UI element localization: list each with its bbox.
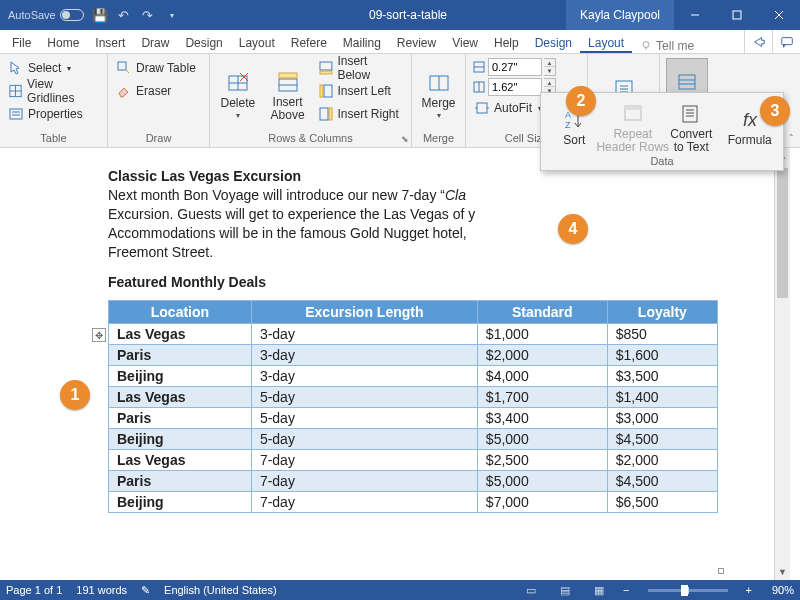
table-cell[interactable]: Beijing — [109, 491, 252, 512]
tab-insert[interactable]: Insert — [87, 32, 133, 53]
table-cell[interactable]: 7-day — [251, 491, 477, 512]
table-cell[interactable]: 7-day — [251, 449, 477, 470]
merge-button[interactable]: Merge▾ — [418, 58, 459, 130]
qat-customize-icon[interactable]: ▾ — [164, 7, 180, 23]
undo-icon[interactable]: ↶ — [116, 7, 132, 23]
table-cell[interactable]: 5-day — [251, 428, 477, 449]
view-gridlines-button[interactable]: View Gridlines — [6, 81, 101, 101]
delete-button[interactable]: Delete▾ — [216, 58, 260, 130]
table-row[interactable]: Beijing7-day$7,000$6,500 — [109, 491, 718, 512]
redo-icon[interactable]: ↷ — [140, 7, 156, 23]
tab-file[interactable]: File — [4, 32, 39, 53]
document-page[interactable]: Classic Las Vegas Excursion Next month B… — [32, 148, 774, 580]
scroll-thumb[interactable] — [777, 168, 788, 298]
table-cell[interactable]: $2,000 — [477, 344, 607, 365]
table-cell[interactable]: $2,000 — [607, 449, 717, 470]
draw-table-button[interactable]: Draw Table — [114, 58, 198, 78]
table-cell[interactable]: Paris — [109, 470, 252, 491]
select-button[interactable]: Select▾ — [6, 58, 101, 78]
minimize-button[interactable] — [674, 0, 716, 30]
proofing-icon[interactable]: ✎ — [141, 584, 150, 597]
table-cell[interactable]: Las Vegas — [109, 323, 252, 344]
table-cell[interactable]: Paris — [109, 407, 252, 428]
table-cell[interactable]: $4,000 — [477, 365, 607, 386]
table-cell[interactable]: $1,400 — [607, 386, 717, 407]
table-cell[interactable]: $1,600 — [607, 344, 717, 365]
tab-table-design[interactable]: Design — [527, 32, 580, 53]
print-layout-icon[interactable]: ▤ — [555, 584, 575, 597]
page-indicator[interactable]: Page 1 of 1 — [6, 584, 62, 596]
tab-references[interactable]: Refere — [283, 32, 335, 53]
insert-left-button[interactable]: Insert Left — [316, 81, 405, 101]
table-cell[interactable]: $850 — [607, 323, 717, 344]
properties-button[interactable]: Properties — [6, 104, 101, 124]
table-cell[interactable]: 7-day — [251, 470, 477, 491]
tab-mailings[interactable]: Mailing — [335, 32, 389, 53]
table-cell[interactable]: $7,000 — [477, 491, 607, 512]
tab-draw[interactable]: Draw — [133, 32, 177, 53]
table-cell[interactable]: $5,000 — [477, 428, 607, 449]
table-cell[interactable]: $4,500 — [607, 470, 717, 491]
table-cell[interactable]: Las Vegas — [109, 449, 252, 470]
tab-review[interactable]: Review — [389, 32, 444, 53]
close-button[interactable] — [758, 0, 800, 30]
table-cell[interactable]: 3-day — [251, 344, 477, 365]
table-row[interactable]: Paris3-day$2,000$1,600 — [109, 344, 718, 365]
table-cell[interactable]: $6,500 — [607, 491, 717, 512]
table-row[interactable]: Las Vegas5-day$1,700$1,400 — [109, 386, 718, 407]
table-cell[interactable]: Paris — [109, 344, 252, 365]
autosave-toggle[interactable]: AutoSave — [8, 9, 84, 21]
insert-below-button[interactable]: Insert Below — [316, 58, 405, 78]
zoom-level[interactable]: 90% — [772, 584, 794, 596]
share-button[interactable] — [744, 30, 772, 53]
table-row[interactable]: Las Vegas7-day$2,500$2,000 — [109, 449, 718, 470]
convert-to-text-button[interactable]: Convert to Text — [663, 97, 719, 155]
table-cell[interactable]: $4,500 — [607, 428, 717, 449]
zoom-slider[interactable] — [648, 589, 728, 592]
table-row[interactable]: Paris5-day$3,400$3,000 — [109, 407, 718, 428]
table-cell[interactable]: 3-day — [251, 365, 477, 386]
table-cell[interactable]: $3,000 — [607, 407, 717, 428]
tab-help[interactable]: Help — [486, 32, 527, 53]
web-layout-icon[interactable]: ▦ — [589, 584, 609, 597]
table-cell[interactable]: $5,000 — [477, 470, 607, 491]
table-cell[interactable]: $2,500 — [477, 449, 607, 470]
table-row[interactable]: Paris7-day$5,000$4,500 — [109, 470, 718, 491]
table-cell[interactable]: Beijing — [109, 365, 252, 386]
table-cell[interactable]: 3-day — [251, 323, 477, 344]
scroll-down-icon[interactable]: ▼ — [775, 564, 790, 580]
vertical-scrollbar[interactable]: ▲ ▼ — [774, 148, 790, 580]
read-mode-icon[interactable]: ▭ — [521, 584, 541, 597]
insert-above-button[interactable]: Insert Above — [266, 58, 310, 130]
table-cell[interactable]: $3,500 — [607, 365, 717, 386]
row-height-input[interactable]: ▲▼ — [472, 58, 556, 76]
zoom-in-button[interactable]: + — [746, 584, 752, 596]
table-cell[interactable]: 5-day — [251, 386, 477, 407]
tab-view[interactable]: View — [444, 32, 486, 53]
tab-table-layout[interactable]: Layout — [580, 32, 632, 53]
maximize-button[interactable] — [716, 0, 758, 30]
table-row[interactable]: Las Vegas3-day$1,000$850 — [109, 323, 718, 344]
collapse-ribbon-button[interactable]: ˄ — [789, 133, 794, 143]
rows-columns-launcher[interactable]: ⬊ — [401, 134, 409, 144]
account-name[interactable]: Kayla Claypool — [566, 0, 674, 30]
table-cell[interactable]: 5-day — [251, 407, 477, 428]
insert-right-button[interactable]: Insert Right — [316, 104, 405, 124]
language-indicator[interactable]: English (United States) — [164, 584, 277, 596]
table-cell[interactable]: $1,700 — [477, 386, 607, 407]
zoom-out-button[interactable]: − — [623, 584, 629, 596]
comments-button[interactable] — [772, 30, 800, 53]
tell-me-search[interactable]: Tell me — [632, 39, 702, 53]
table-row[interactable]: Beijing3-day$4,000$3,500 — [109, 365, 718, 386]
spinner-icon[interactable]: ▲▼ — [544, 58, 556, 76]
table-cell[interactable]: $3,400 — [477, 407, 607, 428]
deals-table[interactable]: Location Excursion Length Standard Loyal… — [108, 300, 718, 513]
table-cell[interactable]: Beijing — [109, 428, 252, 449]
save-icon[interactable]: 💾 — [92, 7, 108, 23]
table-cell[interactable]: $1,000 — [477, 323, 607, 344]
table-resize-handle[interactable] — [718, 568, 724, 574]
table-row[interactable]: Beijing5-day$5,000$4,500 — [109, 428, 718, 449]
table-move-handle[interactable]: ✥ — [92, 328, 106, 342]
tab-design[interactable]: Design — [177, 32, 230, 53]
eraser-button[interactable]: Eraser — [114, 81, 198, 101]
